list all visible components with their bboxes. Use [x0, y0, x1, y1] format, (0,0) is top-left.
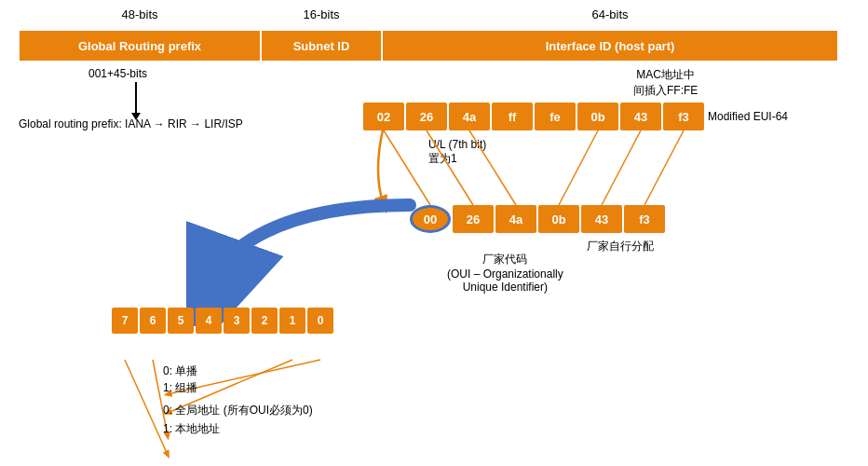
bit-box-6: 6: [140, 308, 166, 334]
bit-labels: 48-bits 16-bits 64-bits: [19, 7, 838, 21]
svg-line-3: [469, 130, 516, 205]
bit-label-16: 16-bits: [261, 7, 382, 21]
bit-box-2: 2: [251, 308, 278, 334]
bit-box-1: 1: [279, 308, 305, 334]
svg-line-5: [602, 130, 641, 205]
result-box-4: 43: [581, 205, 622, 233]
bit-label-64: 64-bits: [382, 7, 838, 21]
svg-line-2: [427, 130, 473, 205]
blue-arrow-svg: [186, 196, 428, 326]
diagram: 48-bits 16-bits 64-bits Global Routing p…: [0, 0, 868, 466]
header-global: Global Routing prefix: [19, 30, 261, 62]
bit-label-48: 48-bits: [19, 7, 261, 21]
bit-box-3: 3: [224, 308, 250, 334]
svg-line-12: [125, 360, 168, 455]
bit-box-7: 7: [112, 308, 138, 334]
header-bar: Global Routing prefix Subnet ID Interfac…: [19, 30, 838, 62]
small-arrows-svg: [112, 334, 410, 466]
text-1-local: 1: 本地地址: [163, 421, 220, 437]
vendor-label: 厂家自行分配: [587, 239, 654, 254]
result-box-2: 4a: [495, 205, 536, 233]
result-box-5: f3: [624, 205, 665, 233]
arrow-down-001: [135, 82, 137, 115]
oui-label: 厂家代码 (OUI – Organizationally Unique Iden…: [447, 252, 563, 294]
result-box-1: 26: [453, 205, 494, 233]
result-box-3: 0b: [538, 205, 579, 233]
bit-box-4: 4: [196, 308, 222, 334]
text-0-global: 0: 全局地址 (所有OUI必须为0): [163, 403, 313, 418]
result-row: 00 26 4a 0b 43 f3: [410, 205, 665, 233]
svg-line-6: [644, 130, 684, 205]
text-0-single: 0: 单播: [163, 363, 197, 379]
bit-box-5: 5: [168, 308, 194, 334]
svg-line-4: [559, 130, 598, 205]
svg-line-1: [384, 130, 430, 205]
header-subnet: Subnet ID: [261, 30, 382, 62]
mac-label: MAC地址中 间插入FF:FE: [633, 67, 698, 99]
bit-box-0: 0: [307, 308, 333, 334]
text-1-group: 1: 组播: [163, 380, 197, 396]
global-routing-text: Global routing prefix: IANA → RIR → LIR/…: [19, 117, 243, 130]
header-interface: Interface ID (host part): [382, 30, 838, 62]
label-001: 001+45-bits: [88, 67, 147, 80]
bit-boxes-row: 7 6 5 4 3 2 1 0: [112, 308, 333, 334]
